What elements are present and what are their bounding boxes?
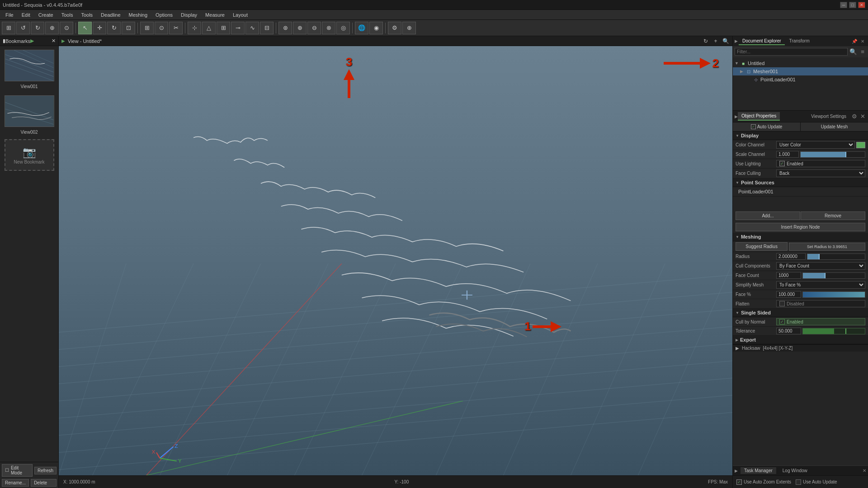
- tolerance-input[interactable]: [776, 328, 801, 334]
- flatten-badge[interactable]: Disabled: [776, 300, 865, 307]
- refresh-btn[interactable]: Refresh: [34, 467, 57, 474]
- radius-input[interactable]: [776, 253, 806, 260]
- color-channel-swatch[interactable]: [856, 142, 865, 148]
- viewport-3d[interactable]: Z Y X 3 1: [59, 46, 732, 475]
- update-mesh-btn[interactable]: Update Mesh: [801, 122, 868, 131]
- delete-btn[interactable]: Delete: [31, 479, 57, 487]
- tree-item-pointloader001[interactable]: ⊹ PointLoader001: [733, 75, 868, 84]
- toolbar-mesh-btn[interactable]: △: [202, 22, 216, 34]
- tab-viewport-settings[interactable]: Viewport Settings: [807, 113, 850, 120]
- toolbar-sphere-btn[interactable]: ◉: [369, 22, 383, 34]
- bookmark-view001[interactable]: View001: [0, 46, 58, 92]
- viewport-add-btn[interactable]: +: [712, 37, 720, 45]
- toolbar-move-btn[interactable]: ✛: [93, 22, 106, 34]
- toolbar-filter-btn[interactable]: ⊛: [278, 22, 292, 34]
- toolbar-camera-btn[interactable]: ⊙: [155, 22, 168, 34]
- face-culling-select[interactable]: Back Front None: [776, 169, 865, 177]
- simplify-mesh-select[interactable]: To Face % To Face Count None: [776, 281, 865, 289]
- viewport-refresh-btn[interactable]: ↻: [702, 37, 710, 45]
- toolbar-btn-5[interactable]: ⊙: [60, 22, 73, 34]
- export-section-header[interactable]: ▶ Export: [733, 336, 868, 344]
- menu-measure[interactable]: Measure: [202, 11, 228, 19]
- auto-update-item-checkbox[interactable]: [796, 479, 801, 485]
- doc-tool-close[interactable]: ✕: [859, 38, 866, 45]
- remove-source-btn[interactable]: Remove: [801, 211, 865, 220]
- bookmarks-play-icon[interactable]: ▶: [30, 38, 34, 44]
- toolbar-extra-btn[interactable]: ⊕: [402, 22, 416, 34]
- menu-deadline[interactable]: Deadline: [97, 11, 124, 19]
- toolbar-points-btn[interactable]: ⊹: [188, 22, 201, 34]
- toolbar-btn-1[interactable]: ⊞: [2, 22, 15, 34]
- point-sources-header[interactable]: ▼ Point Sources: [733, 178, 868, 187]
- toolbar-settings-btn[interactable]: ⚙: [388, 22, 401, 34]
- use-lighting-badge[interactable]: ✓ Enabled: [776, 160, 865, 167]
- color-channel-select[interactable]: User Color [User Color]: [776, 141, 855, 149]
- tree-item-untitled[interactable]: ▼ ■ Untitled 2: [733, 59, 868, 67]
- tree-item-mesher001[interactable]: ▶ ⊡ Mesher001: [733, 67, 868, 75]
- task-close-btn[interactable]: ✕: [863, 468, 866, 473]
- set-radius-btn[interactable]: Set Radius to 3.99651: [789, 243, 865, 251]
- toolbar-scale-btn[interactable]: ⊡: [122, 22, 135, 34]
- doc-tool-pin[interactable]: 📌: [851, 38, 858, 45]
- bookmarks-close-icon[interactable]: ✕: [52, 38, 56, 44]
- toolbar-view-btn[interactable]: ⊞: [140, 22, 154, 34]
- scale-channel-input[interactable]: [776, 151, 799, 158]
- toolbar-btn-3[interactable]: ↻: [31, 22, 44, 34]
- toolbar-clip-btn[interactable]: ✂: [169, 22, 183, 34]
- cull-components-select[interactable]: By Face Count By Vertex Count None: [776, 262, 865, 270]
- toolbar-rotate-btn[interactable]: ↻: [107, 22, 121, 34]
- filter-icon[interactable]: 🔍: [848, 47, 859, 56]
- meshing-section-header[interactable]: ▼ Meshing: [733, 233, 868, 241]
- menu-batch[interactable]: Tools: [77, 11, 96, 19]
- menu-display[interactable]: Display: [177, 11, 201, 19]
- cull-normal-check[interactable]: ✓: [779, 319, 785, 324]
- minimize-button[interactable]: ─: [840, 2, 847, 8]
- radius-slider[interactable]: [807, 253, 865, 260]
- maximize-button[interactable]: □: [849, 2, 856, 8]
- toolbar-select-btn[interactable]: ↖: [78, 22, 92, 34]
- auto-zoom-checkbox[interactable]: ✓: [736, 479, 742, 485]
- menu-create[interactable]: Create: [35, 11, 57, 19]
- auto-update-checkbox[interactable]: ✓: [751, 124, 756, 129]
- scale-channel-slider[interactable]: [800, 151, 865, 158]
- tolerance-slider[interactable]: [802, 328, 865, 334]
- single-sided-header[interactable]: ▼ Single Sided: [733, 309, 868, 317]
- face-count-input[interactable]: [776, 272, 801, 279]
- toolbar-grid-btn[interactable]: ⊞: [217, 22, 230, 34]
- viewport-search-btn[interactable]: 🔍: [722, 37, 730, 45]
- prop-gear-btn[interactable]: ⚙: [851, 113, 858, 120]
- menu-edit[interactable]: Edit: [18, 11, 34, 19]
- close-button[interactable]: ✕: [858, 2, 865, 8]
- insert-region-btn[interactable]: Insert Region Node: [736, 223, 865, 231]
- use-lighting-check[interactable]: ✓: [779, 161, 785, 166]
- tab-log-window[interactable]: Log Window: [779, 467, 811, 474]
- cull-normal-badge[interactable]: ✓ Enabled: [776, 318, 865, 325]
- toolbar-region-btn[interactable]: ◎: [336, 22, 350, 34]
- toolbar-globe-btn[interactable]: 🌐: [355, 22, 368, 34]
- toolbar-btn-4[interactable]: ⊕: [45, 22, 59, 34]
- tab-task-manager[interactable]: Task Manager: [741, 467, 776, 474]
- toolbar-slice-btn[interactable]: ⊟: [260, 22, 274, 34]
- toolbar-profile-btn[interactable]: ∿: [245, 22, 259, 34]
- menu-layout[interactable]: Layout: [229, 11, 251, 19]
- toolbar-extract-btn[interactable]: ⊗: [322, 22, 335, 34]
- toolbar-segment-btn[interactable]: ⊖: [307, 22, 321, 34]
- new-bookmark-btn[interactable]: 📷 New Bookmark: [5, 139, 54, 171]
- toolbar-btn-2[interactable]: ↺: [16, 22, 30, 34]
- tab-object-properties[interactable]: Object Properties: [738, 112, 780, 121]
- auto-update-btn[interactable]: ✓ Auto Update: [733, 122, 801, 131]
- toolbar-measure-btn[interactable]: ⊸: [231, 22, 245, 34]
- edit-mode-checkbox[interactable]: ☐: [5, 468, 10, 473]
- rename-btn[interactable]: Rename...: [2, 479, 29, 487]
- add-source-btn[interactable]: Add...: [736, 211, 800, 220]
- bookmark-view002[interactable]: View002: [0, 92, 58, 137]
- display-section-header[interactable]: ▼ Display: [733, 131, 868, 140]
- filter-extra-btn[interactable]: ≡: [859, 47, 866, 56]
- prop-close-btn[interactable]: ✕: [859, 113, 866, 120]
- face-count-slider[interactable]: [802, 272, 865, 279]
- menu-tools[interactable]: Tools: [58, 11, 77, 19]
- toolbar-classify-btn[interactable]: ⊕: [293, 22, 307, 34]
- tab-transform[interactable]: Transform: [786, 38, 813, 45]
- face-pct-input[interactable]: [776, 291, 801, 298]
- edit-mode-btn[interactable]: ☐ Edit Mode: [2, 464, 33, 477]
